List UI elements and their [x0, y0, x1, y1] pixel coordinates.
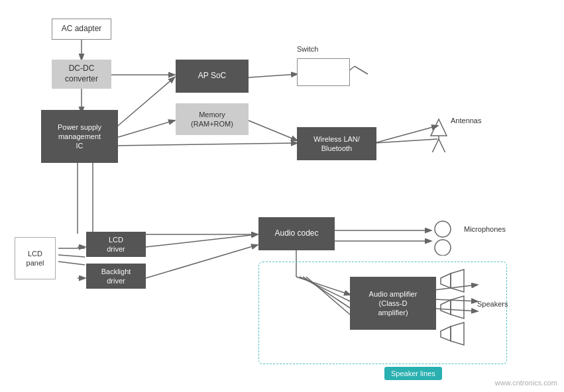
audio-amplifier-block: Audio amplifier(Class-Damplifier) [350, 277, 436, 330]
microphones-label: Microphones [464, 225, 506, 233]
watermark: www.cntronics.com [495, 379, 557, 387]
svg-point-35 [435, 221, 451, 237]
svg-point-36 [435, 240, 451, 256]
audio-codec-block: Audio codec [258, 217, 335, 250]
speaker-lines-legend: Speaker lines [384, 367, 442, 380]
svg-line-31 [355, 66, 368, 74]
antenna-icons [427, 116, 451, 152]
antennas-label: Antennas [451, 117, 481, 124]
svg-marker-42 [451, 322, 464, 345]
lcd-driver-block: LCDdriver [86, 232, 146, 257]
svg-line-18 [146, 234, 257, 247]
power-management-block: Power supplymanagementIC [41, 110, 118, 163]
svg-line-6 [249, 74, 297, 77]
switch-block [297, 58, 350, 86]
svg-line-3 [114, 121, 174, 138]
svg-marker-41 [441, 326, 451, 341]
ap-soc-block: AP SoC [176, 60, 249, 93]
svg-line-14 [58, 255, 85, 257]
backlight-driver-block: Backlightdriver [86, 264, 146, 289]
svg-line-19 [146, 245, 257, 278]
speakers-label: Speakers [477, 300, 508, 308]
svg-marker-33 [431, 139, 447, 152]
switch-label: Switch [297, 45, 318, 53]
svg-line-4 [114, 143, 297, 146]
ac-adapter-block: AC adapter [52, 19, 111, 40]
svg-marker-38 [451, 270, 464, 292]
microphone-icons [429, 219, 464, 256]
svg-line-7 [249, 121, 297, 140]
speaker-icons [437, 268, 480, 358]
svg-marker-39 [441, 300, 451, 315]
diagram: AC adapter DC-DCconverter Power supplyma… [0, 0, 564, 392]
svg-line-2 [114, 77, 174, 129]
memory-block: Memory(RAM+ROM) [176, 103, 249, 135]
wireless-block: Wireless LAN/Bluetooth [297, 127, 376, 160]
svg-marker-37 [441, 273, 451, 288]
svg-line-15 [58, 262, 85, 265]
dc-dc-block: DC-DCconverter [52, 60, 111, 89]
svg-marker-40 [451, 296, 464, 318]
svg-marker-32 [431, 119, 447, 136]
lcd-panel-block: LCDpanel [15, 237, 56, 279]
